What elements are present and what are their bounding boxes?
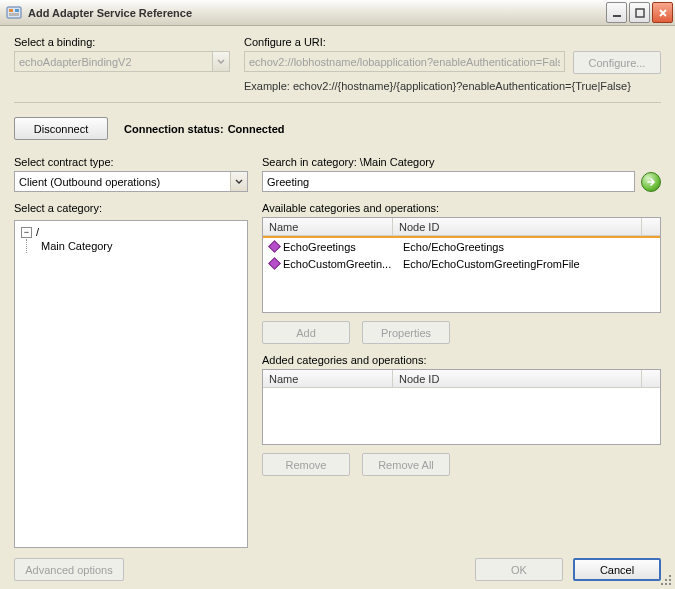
- category-tree[interactable]: − / Main Category: [14, 220, 248, 548]
- available-row[interactable]: EchoGreetings Echo/EchoGreetings: [263, 238, 660, 255]
- contract-label: Select contract type:: [14, 156, 248, 168]
- added-grid[interactable]: Name Node ID: [262, 369, 661, 445]
- svg-rect-11: [669, 583, 671, 585]
- connection-status-label: Connection status:: [124, 123, 224, 135]
- ok-button: OK: [475, 558, 563, 581]
- minimize-button[interactable]: [606, 2, 627, 23]
- properties-button: Properties: [362, 321, 450, 344]
- row-node: Echo/EchoCustomGreetingFromFile: [395, 258, 658, 270]
- svg-rect-0: [7, 7, 21, 18]
- col-spacer: [642, 218, 660, 235]
- available-grid[interactable]: Name Node ID EchoGreetings Echo/EchoGree…: [262, 217, 661, 313]
- svg-rect-2: [15, 9, 19, 12]
- chevron-down-icon[interactable]: [230, 172, 247, 191]
- divider: [14, 102, 661, 103]
- contract-combo[interactable]: [14, 171, 248, 192]
- uri-value: [244, 51, 565, 72]
- tree-child-label: Main Category: [41, 240, 113, 252]
- close-button[interactable]: [652, 2, 673, 23]
- added-grid-header: Name Node ID: [263, 370, 660, 388]
- search-go-button[interactable]: [641, 172, 661, 192]
- titlebar: Add Adapter Service Reference: [0, 0, 675, 26]
- row-node: Echo/EchoGreetings: [395, 241, 658, 253]
- search-input[interactable]: [262, 171, 635, 192]
- available-label: Available categories and operations:: [262, 202, 661, 214]
- added-label: Added categories and operations:: [262, 354, 661, 366]
- disconnect-button[interactable]: Disconnect: [14, 117, 108, 140]
- cancel-button[interactable]: Cancel: [573, 558, 661, 581]
- operation-icon: [265, 242, 283, 251]
- operation-icon: [265, 259, 283, 268]
- available-grid-header: Name Node ID: [263, 218, 660, 236]
- chevron-down-icon: [212, 52, 229, 71]
- remove-all-button: Remove All: [362, 453, 450, 476]
- svg-rect-6: [669, 575, 671, 577]
- row-name: EchoGreetings: [283, 241, 395, 253]
- row-name: EchoCustomGreetin...: [283, 258, 395, 270]
- connection-status-value: Connected: [228, 123, 285, 135]
- svg-rect-5: [636, 9, 644, 17]
- binding-value: [14, 51, 230, 72]
- col-name[interactable]: Name: [263, 370, 393, 387]
- svg-rect-3: [9, 13, 19, 16]
- add-button: Add: [262, 321, 350, 344]
- tree-child-main-category[interactable]: Main Category: [37, 239, 245, 253]
- svg-rect-9: [661, 583, 663, 585]
- svg-rect-4: [613, 15, 621, 17]
- col-spacer: [642, 370, 660, 387]
- maximize-button[interactable]: [629, 2, 650, 23]
- category-label: Select a category:: [14, 202, 248, 214]
- connection-status: Connection status: Connected: [124, 123, 284, 135]
- svg-rect-10: [665, 583, 667, 585]
- binding-label: Select a binding:: [14, 36, 230, 48]
- arrow-right-icon: [646, 177, 656, 187]
- remove-button: Remove: [262, 453, 350, 476]
- tree-root[interactable]: − /: [17, 225, 245, 239]
- collapse-icon[interactable]: −: [21, 227, 32, 238]
- advanced-options-button: Advanced options: [14, 558, 124, 581]
- binding-combo: [14, 51, 230, 72]
- tree-root-label: /: [36, 226, 39, 238]
- col-node[interactable]: Node ID: [393, 218, 642, 235]
- resize-grip-icon[interactable]: [659, 573, 673, 587]
- contract-value[interactable]: [14, 171, 248, 192]
- col-name[interactable]: Name: [263, 218, 393, 235]
- search-label: Search in category: \Main Category: [262, 156, 661, 168]
- svg-rect-7: [665, 579, 667, 581]
- configure-button: Configure...: [573, 51, 661, 74]
- uri-example: Example: echov2://{hostname}/{applicatio…: [244, 80, 661, 92]
- svg-rect-8: [669, 579, 671, 581]
- col-node[interactable]: Node ID: [393, 370, 642, 387]
- available-row[interactable]: EchoCustomGreetin... Echo/EchoCustomGree…: [263, 255, 660, 272]
- uri-label: Configure a URI:: [244, 36, 661, 48]
- app-icon: [6, 5, 22, 21]
- svg-rect-1: [9, 9, 13, 12]
- window-title: Add Adapter Service Reference: [28, 7, 606, 19]
